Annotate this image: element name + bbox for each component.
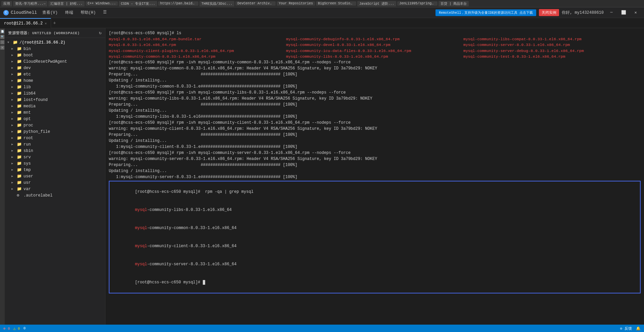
browser-tab-8[interactable]: DevCenter Archive... (235, 1, 276, 6)
refresh-icon[interactable]: ↻ (99, 30, 102, 36)
minimize-button[interactable]: — (606, 9, 616, 16)
item-name-mnt: mnt (24, 110, 31, 115)
tree-item-etc[interactable]: ▶ 📁 etc (5, 71, 105, 77)
terminal-area[interactable]: [root@hcss-ecs-c650 mysql]# ls mysql-8.0… (105, 28, 644, 325)
root-folder-icon: 📁 (13, 40, 18, 45)
highlight-box: [root@hcss-ecs-c650 mysql]# rpm -qa | gr… (109, 181, 641, 293)
folder-icon: 📁 (17, 148, 22, 153)
item-name-usr: usr (24, 180, 31, 185)
tree-item-pythonfile[interactable]: ▶ 📁 python_file (5, 128, 105, 135)
hl-client-rest: -community-client-8.0.33-1.el6.x86_64 (147, 244, 236, 248)
warning-count: △ 0 (13, 326, 20, 331)
browser-tab-2[interactable]: 资讯-学习程序...→ (13, 1, 47, 6)
root-item-name: /(root@121.36.66.2) (19, 40, 65, 45)
folder-icon: 📁 (17, 116, 22, 121)
folder-icon: 📁 (17, 78, 22, 83)
menu-terminal[interactable]: 终端 (64, 9, 75, 16)
tree-item-opt[interactable]: ▶ 📁 opt (5, 116, 105, 122)
tree-item-var[interactable]: ▶ 📁 var (5, 186, 105, 192)
menu-view[interactable]: 查看(V) (41, 9, 59, 16)
folder-icon: 📁 (17, 135, 22, 141)
term-warn-common: warning: mysql-community-common-8.0.33-1… (109, 65, 641, 71)
tree-item-boot[interactable]: ▶ 📁 boot (5, 52, 105, 58)
file-col2-r3: mysql-community-icu-data-files-8.0.33-1.… (286, 48, 463, 54)
tree-item-run[interactable]: ▶ 📁 run (5, 141, 105, 148)
browser-tab-3[interactable]: 汇编语言 | 好程... (48, 1, 85, 6)
folder-icon: 📁 (17, 110, 22, 115)
hl-mysql-keyword-4: mysql (135, 262, 147, 267)
term-inst-server: 1:mysql-community-server-8.0.33-1.e#####… (109, 174, 641, 180)
expand-icon: ▶ (11, 143, 17, 146)
tree-item-lib64[interactable]: ▶ 📁 lib64 (5, 90, 105, 97)
browser-tab-13[interactable]: 百贷 | 商品丰台 (439, 1, 469, 6)
tree-item-bin[interactable]: ▶ 📁 bin (5, 46, 105, 52)
browser-tab-1[interactable]: 应用 (1, 1, 12, 6)
term-prep-libs: Preparing... ###########################… (109, 102, 641, 108)
tree-item-proc[interactable]: ▶ 📁 proc (5, 122, 105, 128)
tree-item-autorelabel[interactable]: ⚙ .autorelabel (5, 192, 105, 199)
feedback-button[interactable]: ⊙ 反馈 (620, 326, 632, 331)
icon-strip-search[interactable]: 🔍 (0, 35, 4, 39)
browser-tab-7[interactable]: THRE实战/3Dsc... (199, 1, 234, 6)
browser-tab-11[interactable]: JavaScript 进阶... (357, 1, 396, 6)
tree-root-item[interactable]: ▼ 📁 /(root@121.36.66.2) (5, 39, 105, 46)
item-name-sys: sys (24, 161, 31, 166)
browser-tab-4[interactable]: C++ Windows... (86, 1, 118, 6)
icon-strip-files[interactable]: 📄 (0, 30, 4, 34)
folder-icon: 📁 (17, 46, 22, 51)
tree-item-dev[interactable]: ▶ 📁 dev (5, 65, 105, 71)
expand-icon: ▶ (11, 181, 17, 184)
tree-item-sys[interactable]: ▶ 📁 sys (5, 160, 105, 167)
item-name-bin: bin (24, 47, 31, 51)
expand-icon: ▶ (11, 104, 17, 108)
menu-help[interactable]: 帮助(H) (79, 9, 97, 16)
tree-item-sbin[interactable]: ▶ 📁 sbin (5, 148, 105, 154)
add-tab-icon[interactable]: + (53, 20, 56, 26)
icon-strip-git[interactable]: ⑂ (0, 40, 4, 44)
tree-item-lostfound[interactable]: ▶ 📁 lost+found (5, 97, 105, 103)
tree-item-mnt[interactable]: ▶ 📁 mnt (5, 109, 105, 116)
close-button[interactable]: ✕ (631, 9, 641, 16)
browser-tab-6[interactable]: https://pan.baidu... (158, 1, 198, 6)
maximize-button[interactable]: ⬜ (618, 9, 629, 16)
folder-icon: 📁 (17, 174, 22, 179)
term-prep-common: Preparing... ###########################… (109, 71, 641, 77)
term-cmd-libs: [root@hcss-ecs-c650 mysql]# rpm -ivh mys… (109, 90, 641, 96)
hl-server-rest: -community-server-8.0.33-1.el6.x86_64 (147, 262, 236, 267)
menu-more[interactable]: ☰ (102, 9, 108, 16)
terminal-tab-1[interactable]: root@121.36.66.2 ✕ (0, 18, 51, 28)
expand-icon: ▶ (11, 47, 17, 51)
close-instance-button[interactable]: 关闭实例 (539, 9, 559, 16)
titlebar-right: RemoteShell，支持升级为全量IDE的资源访问工具 点击下载 关闭实例 … (435, 9, 641, 16)
tree-item-home[interactable]: ▶ 📁 home (5, 77, 105, 84)
terminal-tab-bar: root@121.36.66.2 ✕ + (0, 18, 644, 28)
tree-item-cloudreset[interactable]: ▶ 📁 CloudResetPwdAgent (5, 58, 105, 65)
status-bar: ⊗ 0 △ 0 0 ⊙ 反馈 🔔 (0, 325, 644, 332)
icon-strip-ext[interactable]: ⊞ (0, 46, 4, 50)
remote-shell-button[interactable]: RemoteShell，支持升级为全量IDE的资源访问工具 点击下载 (435, 9, 536, 16)
tree-item-user[interactable]: ▶ 📁 user (5, 173, 105, 179)
tree-item-tmp[interactable]: ▶ 📁 tmp (5, 167, 105, 173)
tab-close-icon[interactable]: ✕ (45, 21, 47, 25)
user-info: 你好, my1432488610 (562, 10, 604, 15)
expand-icon: ▶ (11, 117, 17, 121)
tree-item-srv[interactable]: ▶ 📁 srv (5, 154, 105, 160)
folder-icon: 📁 (17, 72, 22, 77)
folder-icon: 📁 (17, 59, 22, 64)
file-col3-r2: mysql-community-server-8.0.33-1.el6.x86_… (463, 42, 641, 48)
browser-tab-10[interactable]: BigScreen Studio... (316, 1, 356, 6)
term-upd-client: Updating / installing... (109, 138, 641, 144)
folder-icon: 📁 (17, 104, 22, 109)
browser-tab-9[interactable]: Your Repositories (277, 1, 315, 6)
item-name-opt: opt (24, 117, 31, 121)
tree-item-lib[interactable]: ▶ 📁 lib (5, 84, 105, 90)
expand-icon: ▶ (11, 136, 17, 140)
bell-icon[interactable]: 🔔 (636, 326, 641, 331)
browser-tab-12[interactable]: JenLi1995/spring... (397, 1, 438, 6)
tree-item-root[interactable]: ▶ 📁 root (5, 135, 105, 141)
tree-item-media[interactable]: ▶ 📁 media (5, 103, 105, 109)
term-prep-client: Preparing... ###########################… (109, 132, 641, 138)
tree-item-usr[interactable]: ▶ 📁 usr (5, 179, 105, 186)
browser-tab-5[interactable]: CSDN - 专业IT发... (119, 1, 157, 6)
expand-icon: ▶ (11, 155, 17, 159)
